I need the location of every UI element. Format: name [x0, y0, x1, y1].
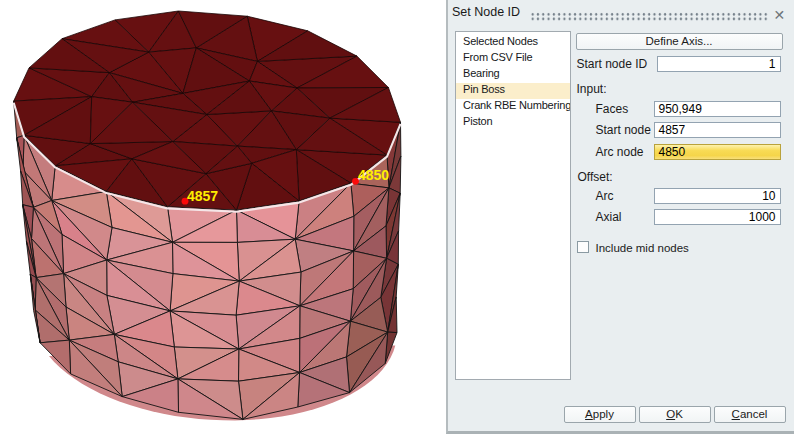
svg-text:4857: 4857: [187, 188, 218, 204]
svg-text:4850: 4850: [358, 167, 389, 183]
